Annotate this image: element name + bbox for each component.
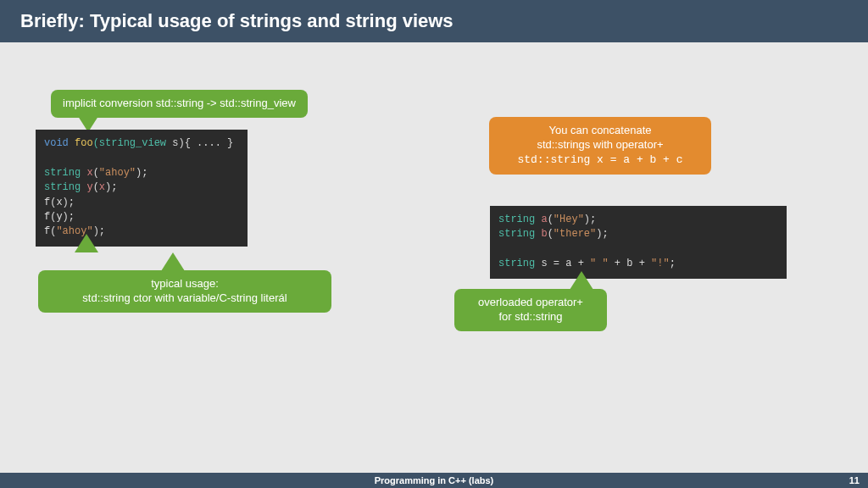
slide-footer: Programming in C++ (labs) 11 xyxy=(0,473,868,488)
slide-body: implicit conversion std::string -> std::… xyxy=(0,42,868,466)
slide-title: Briefly: Typical usage of strings and st… xyxy=(0,0,868,42)
callout-line: std::string ctor with variable/C-string … xyxy=(82,291,287,304)
footer-page-number: 11 xyxy=(849,475,860,485)
callout-overloaded-op: overloaded operator+ for std::string xyxy=(454,289,607,331)
code-block-left: void foo(string_view s){ .... } string x… xyxy=(36,130,248,247)
callout-line: std::strings with operator+ xyxy=(537,138,663,151)
callout-line: typical usage: xyxy=(151,277,219,290)
callout-pointer-icon xyxy=(570,271,593,290)
callout-line: for std::string xyxy=(498,310,562,323)
code-block-right: string a("Hey"); string b("there"); stri… xyxy=(490,206,787,279)
callout-line: overloaded operator+ xyxy=(478,296,583,308)
callout-line: You can concatenate xyxy=(549,124,652,136)
footer-course: Programming in C++ (labs) xyxy=(0,475,868,485)
callout-code-line: std::string x = a + b + c xyxy=(517,153,682,166)
callout-typical-usage: typical usage: std::string ctor with var… xyxy=(38,270,331,313)
callout-pointer-icon xyxy=(75,234,98,252)
callout-concat: You can concatenate std::strings with op… xyxy=(489,117,711,175)
callout-pointer-icon xyxy=(161,252,185,271)
